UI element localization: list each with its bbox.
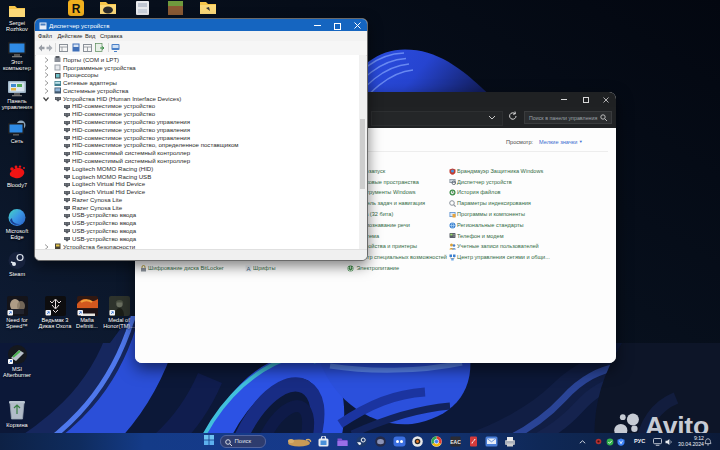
svg-text:R: R [72,2,81,16]
svg-text:EAC: EAC [450,439,461,445]
svg-text:A: A [246,265,250,271]
